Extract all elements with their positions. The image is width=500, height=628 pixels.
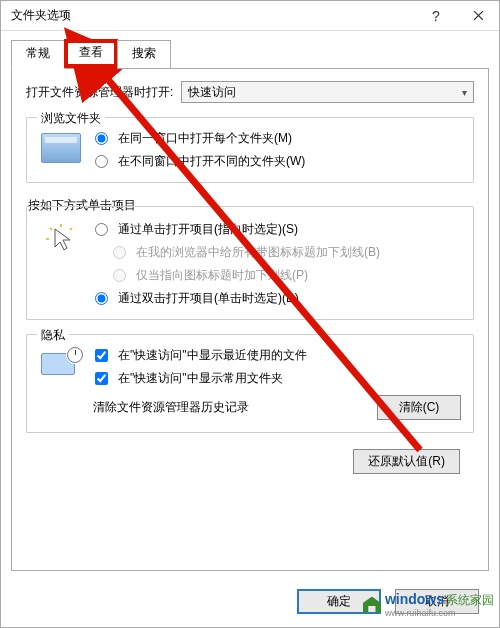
radio-underline-hover-input xyxy=(113,269,126,282)
help-button[interactable]: ? xyxy=(415,1,457,30)
radio-new-window-input[interactable] xyxy=(95,155,108,168)
checkbox-frequent-folders-input[interactable] xyxy=(95,372,108,385)
open-target-label: 打开文件资源管理器时打开: xyxy=(26,84,173,101)
watermark-brand: windows xyxy=(385,591,444,607)
radio-double-click[interactable]: 通过双击打开项目(单击时选定)(D) xyxy=(95,290,461,307)
tab-view-label: 查看 xyxy=(79,45,103,59)
watermark-url: www.ruihaifu.com xyxy=(385,609,494,618)
browse-folders-group: 浏览文件夹 在同一窗口中打开每个文件夹(M) 在不同窗口中打开不同的文件夹(W) xyxy=(26,117,474,183)
privacy-legend: 隐私 xyxy=(37,327,69,344)
checkbox-recent-files[interactable]: 在"快速访问"中显示最近使用的文件 xyxy=(95,347,461,364)
close-button[interactable] xyxy=(457,1,499,30)
folder-options-dialog: 文件夹选项 ? 常规 查看 搜索 打开文件资源管理器时打开: 快速访问 ▾ 浏览… xyxy=(0,0,500,628)
cursor-click-icon xyxy=(39,221,83,257)
radio-single-click-input[interactable] xyxy=(95,223,108,236)
clear-button[interactable]: 清除(C) xyxy=(377,395,461,420)
click-items-wrapper: 按如下方式单击项目 xyxy=(26,197,474,320)
titlebar-buttons: ? xyxy=(415,1,499,30)
titlebar: 文件夹选项 ? xyxy=(1,1,499,31)
radio-new-window-label: 在不同窗口中打开不同的文件夹(W) xyxy=(118,153,305,170)
checkbox-recent-files-input[interactable] xyxy=(95,349,108,362)
radio-same-window-label: 在同一窗口中打开每个文件夹(M) xyxy=(118,130,292,147)
checkbox-frequent-folders-label: 在"快速访问"中显示常用文件夹 xyxy=(118,370,283,387)
checkbox-recent-files-label: 在"快速访问"中显示最近使用的文件 xyxy=(118,347,307,364)
dialog-title: 文件夹选项 xyxy=(11,7,71,24)
restore-defaults-button[interactable]: 还原默认值(R) xyxy=(353,449,460,474)
radio-underline-all-label: 在我的浏览器中给所有带图标标题加下划线(B) xyxy=(136,244,380,261)
click-items-group: 通过单击打开项目(指向时选定)(S) 在我的浏览器中给所有带图标标题加下划线(B… xyxy=(26,206,474,320)
folder-window-icon xyxy=(39,130,83,166)
radio-same-window[interactable]: 在同一窗口中打开每个文件夹(M) xyxy=(95,130,461,147)
tab-search-label: 搜索 xyxy=(132,46,156,60)
clear-history-label: 清除文件资源管理器历史记录 xyxy=(93,399,249,416)
radio-underline-all-input xyxy=(113,246,126,259)
clear-button-label: 清除(C) xyxy=(399,399,440,416)
tab-general-label: 常规 xyxy=(26,46,50,60)
open-target-combo[interactable]: 快速访问 ▾ xyxy=(181,81,474,103)
radio-same-window-input[interactable] xyxy=(95,132,108,145)
tab-strip: 常规 查看 搜索 xyxy=(11,39,489,68)
browse-folders-legend: 浏览文件夹 xyxy=(37,110,105,127)
radio-single-click-label: 通过单击打开项目(指向时选定)(S) xyxy=(118,221,298,238)
tab-general[interactable]: 常规 xyxy=(11,40,65,69)
tab-page-general: 打开文件资源管理器时打开: 快速访问 ▾ 浏览文件夹 在同一窗口中打开每个文件夹… xyxy=(11,68,489,571)
checkbox-frequent-folders[interactable]: 在"快速访问"中显示常用文件夹 xyxy=(95,370,461,387)
tab-view[interactable]: 查看 xyxy=(64,39,118,68)
watermark-suffix: 系统家园 xyxy=(446,592,494,609)
client-area: 常规 查看 搜索 打开文件资源管理器时打开: 快速访问 ▾ 浏览文件夹 xyxy=(1,31,499,575)
radio-single-click[interactable]: 通过单击打开项目(指向时选定)(S) xyxy=(95,221,461,238)
open-target-value: 快速访问 xyxy=(188,84,236,101)
radio-underline-hover: 仅当指向图标标题时加下划线(P) xyxy=(95,267,461,284)
restore-defaults-label: 还原默认值(R) xyxy=(368,453,445,470)
radio-double-click-label: 通过双击打开项目(单击时选定)(D) xyxy=(118,290,299,307)
radio-double-click-input[interactable] xyxy=(95,292,108,305)
privacy-icon xyxy=(39,347,83,383)
radio-underline-hover-label: 仅当指向图标标题时加下划线(P) xyxy=(136,267,308,284)
open-target-row: 打开文件资源管理器时打开: 快速访问 ▾ xyxy=(26,81,474,103)
close-icon xyxy=(473,10,484,21)
tab-search[interactable]: 搜索 xyxy=(117,40,171,69)
radio-underline-all: 在我的浏览器中给所有带图标标题加下划线(B) xyxy=(95,244,461,261)
privacy-group: 隐私 在"快速访问"中显示最近使用的文件 在"快速访问"中显示常用文件夹 xyxy=(26,334,474,433)
watermark: windows 系统家园 www.ruihaifu.com xyxy=(363,591,494,618)
radio-new-window[interactable]: 在不同窗口中打开不同的文件夹(W) xyxy=(95,153,461,170)
ok-button-label: 确定 xyxy=(327,593,351,610)
chevron-down-icon: ▾ xyxy=(462,87,467,98)
watermark-logo-icon xyxy=(363,597,381,613)
